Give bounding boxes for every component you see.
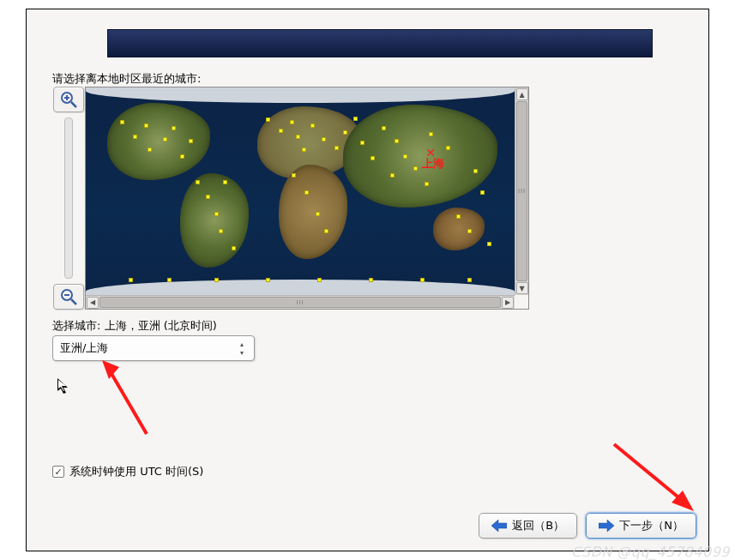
arrow-left-icon <box>491 518 507 533</box>
zoom-slider[interactable] <box>64 117 73 279</box>
back-button[interactable]: 返回（B） <box>479 513 577 539</box>
map-horizontal-scrollbar[interactable]: ◀ III ▶ <box>86 295 515 309</box>
title-bar <box>107 29 653 57</box>
zoom-controls <box>52 87 85 310</box>
zoom-out-icon <box>59 287 78 306</box>
svg-marker-7 <box>491 520 507 532</box>
prompt-label: 请选择离本地时区最近的城市: <box>52 71 201 87</box>
zoom-in-icon <box>59 90 78 109</box>
zoom-out-button[interactable] <box>53 284 84 310</box>
map-frame: ✕ 上海 ▲ III ▼ ◀ III ▶ <box>85 87 529 310</box>
timezone-combobox[interactable]: 亚洲/上海 ▴ ▾ <box>52 335 255 361</box>
check-icon: ✓ <box>54 467 62 478</box>
world-map[interactable]: ✕ 上海 <box>86 87 515 295</box>
map-vertical-scrollbar[interactable]: ▲ III ▼ <box>515 87 528 295</box>
installer-window: 请选择离本地时区最近的城市: <box>26 9 709 551</box>
selected-city-summary: 选择城市: 上海，亚洲 (北京时间) <box>52 318 217 334</box>
scroll-thumb-h[interactable]: III <box>99 297 501 308</box>
svg-line-13 <box>614 444 683 501</box>
watermark-text: CSDN @qq_45784099 <box>571 544 730 560</box>
scroll-right-icon[interactable]: ▶ <box>502 297 514 309</box>
scroll-down-icon[interactable]: ▼ <box>516 282 528 294</box>
arrow-right-icon <box>599 518 614 533</box>
selected-value: 上海，亚洲 (北京时间) <box>105 319 217 332</box>
annotation-arrow-icon <box>95 357 164 438</box>
svg-line-1 <box>71 102 76 107</box>
scroll-thumb-v[interactable]: III <box>516 101 527 281</box>
cursor-icon <box>57 378 71 398</box>
timezone-map-area: ✕ 上海 ▲ III ▼ ◀ III ▶ <box>52 87 536 311</box>
next-button[interactable]: 下一步（N） <box>586 513 696 539</box>
utc-checkbox[interactable]: ✓ <box>52 466 64 478</box>
timezone-combobox-value: 亚洲/上海 <box>60 340 108 356</box>
utc-checkbox-row[interactable]: ✓ 系统时钟使用 UTC 时间(S) <box>52 464 203 479</box>
svg-line-5 <box>71 299 76 304</box>
wizard-footer: 返回（B） 下一步（N） <box>479 513 696 539</box>
scroll-up-icon[interactable]: ▲ <box>516 88 528 100</box>
svg-marker-14 <box>672 491 694 511</box>
svg-marker-8 <box>599 520 614 532</box>
back-button-label: 返回（B） <box>512 518 564 533</box>
svg-line-11 <box>111 372 147 434</box>
svg-marker-12 <box>102 360 119 379</box>
next-button-label: 下一步（N） <box>619 518 684 533</box>
utc-checkbox-label: 系统时钟使用 UTC 时间(S) <box>69 464 203 479</box>
annotation-arrow-icon <box>601 434 704 520</box>
zoom-in-button[interactable] <box>53 87 84 112</box>
combobox-spinner-icon: ▴ ▾ <box>237 339 247 358</box>
scroll-left-icon[interactable]: ◀ <box>87 297 99 309</box>
selected-prefix: 选择城市: <box>52 319 105 332</box>
